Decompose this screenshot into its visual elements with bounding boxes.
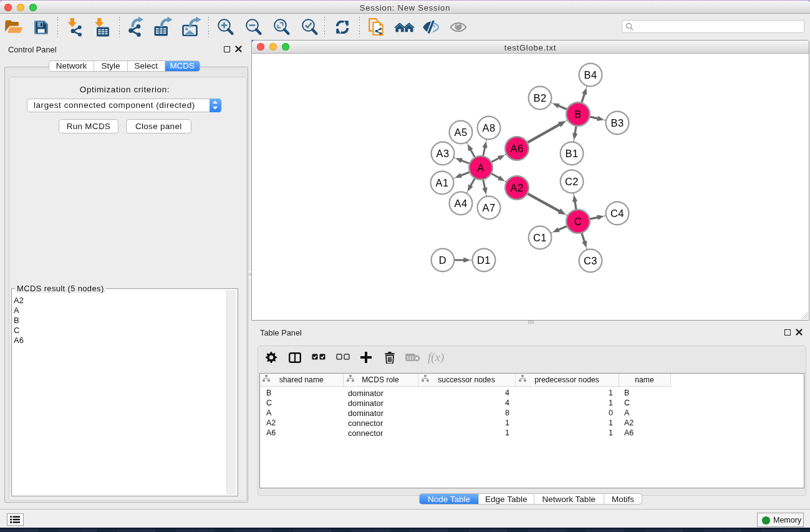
svg-text:B1: B1: [566, 148, 579, 159]
svg-text:A6: A6: [511, 143, 524, 154]
svg-text:A1: A1: [436, 177, 449, 188]
svg-text:D: D: [439, 254, 446, 266]
svg-text:A3: A3: [436, 148, 450, 159]
svg-text:A5: A5: [455, 127, 468, 138]
svg-text:A8: A8: [483, 122, 496, 133]
svg-text:D1: D1: [477, 254, 491, 266]
svg-text:B3: B3: [611, 117, 624, 128]
svg-text:A4: A4: [455, 198, 468, 209]
svg-text:A7: A7: [483, 202, 496, 213]
svg-text:C: C: [574, 216, 582, 227]
svg-text:C4: C4: [610, 208, 624, 219]
svg-text:B4: B4: [584, 69, 597, 80]
svg-text:A2: A2: [511, 182, 524, 193]
svg-text:B2: B2: [534, 92, 547, 104]
svg-text:C2: C2: [565, 176, 579, 187]
svg-text:C1: C1: [533, 232, 547, 243]
svg-text:C3: C3: [584, 255, 597, 266]
svg-text:B: B: [574, 109, 581, 120]
svg-text:A: A: [477, 162, 484, 173]
